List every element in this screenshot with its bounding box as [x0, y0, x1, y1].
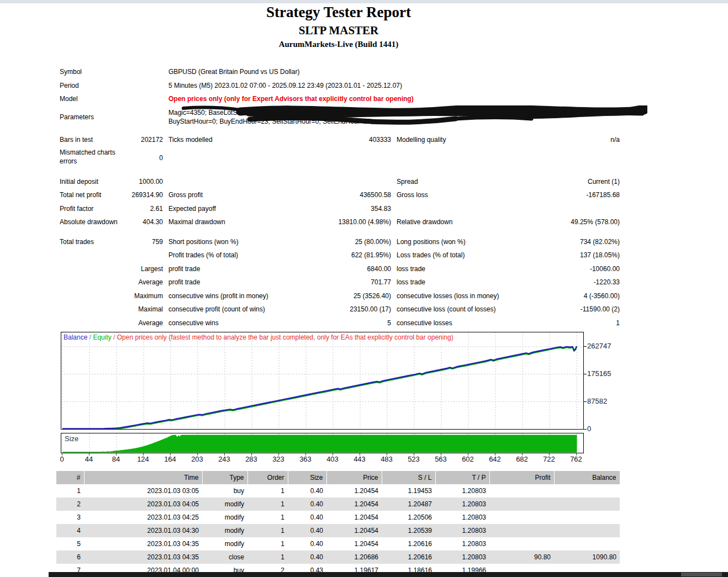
- table-cell: 90.80: [489, 550, 554, 564]
- x-tick-label: 563: [429, 455, 453, 463]
- table-cell: 1.20803: [435, 550, 489, 564]
- summary-value: 354.83: [238, 204, 391, 213]
- summary-value: 202172: [83, 135, 163, 144]
- x-tick-label: 84: [104, 455, 128, 463]
- summary-value: 13810.00 (4.98%): [238, 218, 391, 226]
- column-header: Price: [326, 471, 382, 484]
- summary-value: 5 Minutes (M5) 2023.01.02 07:00 - 2025.0…: [168, 81, 627, 90]
- table-cell: 1.20454: [326, 511, 382, 524]
- summary-value: 1: [486, 319, 620, 327]
- equity-curve: [62, 347, 577, 429]
- x-tick-label: 403: [320, 455, 345, 463]
- table-cell: 1.20454: [326, 497, 382, 511]
- summary-value: Average: [83, 319, 163, 327]
- summary-value: Open prices only (only for Expert Adviso…: [168, 94, 627, 103]
- table-cell: 1: [247, 550, 288, 564]
- scrollbar-thumb[interactable]: [681, 573, 722, 576]
- x-tick-label: 483: [374, 455, 399, 463]
- x-tick-label: 243: [212, 455, 236, 463]
- table-cell: [489, 537, 554, 550]
- summary-value: Largest: [83, 264, 163, 273]
- table-cell: 5: [56, 537, 84, 550]
- summary-value: 5: [238, 319, 391, 327]
- x-tick-label: 443: [347, 455, 372, 463]
- summary-value: 622 (81.95%): [238, 251, 391, 260]
- table-cell: [554, 524, 620, 537]
- y-tick-mark: [583, 401, 587, 402]
- legend-model-note: Open prices only (fastest method to anal…: [117, 334, 453, 341]
- table-cell: 1.19453: [382, 484, 435, 497]
- table-cell: modify: [202, 537, 247, 550]
- table-row: 22023.01.03 04:05modify10.401.204541.204…: [56, 497, 620, 511]
- table-cell: 1: [56, 484, 84, 497]
- table-cell: 0.40: [288, 511, 326, 524]
- table-cell: 2023.01.03 04:35: [84, 550, 202, 564]
- summary-value: 403333: [238, 135, 391, 144]
- x-tick-label: 602: [456, 455, 480, 463]
- y-tick-label: 0: [587, 425, 591, 433]
- table-cell: 2023.01.03 04:30: [84, 524, 202, 537]
- table-cell: 0.40: [288, 537, 326, 550]
- table-cell: 1.20686: [326, 550, 382, 564]
- summary-label: Parameters: [60, 113, 165, 121]
- summary-value: 759: [83, 237, 163, 246]
- bottom-scrollbar[interactable]: [49, 572, 728, 577]
- column-header: Size: [288, 471, 326, 484]
- table-cell: [554, 484, 620, 497]
- table-cell: 1.20539: [382, 524, 435, 537]
- table-cell: buy: [202, 484, 247, 497]
- table-cell: [489, 497, 554, 511]
- table-cell: 3: [56, 511, 84, 524]
- x-tick-label: 203: [185, 455, 209, 463]
- x-tick-label: 363: [293, 455, 318, 463]
- y-tick-label: 175165: [587, 369, 611, 378]
- x-tick-label: 523: [402, 455, 426, 463]
- size-chart-canvas: [61, 433, 583, 453]
- summary-value: 436500.58: [238, 190, 391, 199]
- table-cell: 1.20454: [326, 484, 382, 497]
- table-cell: 1: [247, 524, 288, 537]
- table-cell: [489, 484, 554, 497]
- x-tick-label: 0: [50, 455, 74, 463]
- table-row: 32023.01.03 04:25modify10.401.204541.205…: [56, 511, 620, 524]
- y-tick-mark: [583, 374, 587, 374]
- size-chart-title: Size: [65, 435, 78, 443]
- table-cell: 1: [247, 537, 288, 550]
- summary-value: 0: [83, 153, 163, 162]
- table-cell: 1.20803: [435, 537, 489, 550]
- table-cell: [554, 537, 620, 550]
- table-cell: 1: [247, 484, 288, 497]
- y-tick-mark: [583, 346, 587, 347]
- parameters-redaction-scribble: [166, 105, 647, 126]
- summary-value: 734 (82.02%): [486, 237, 620, 246]
- column-header: Time: [84, 471, 202, 484]
- table-cell: 2023.01.03 04:05: [84, 497, 202, 511]
- table-cell: [489, 524, 554, 537]
- summary-value: 49.25% (578.00): [486, 218, 620, 226]
- summary-value: 25 (3526.40): [238, 292, 391, 300]
- report-server-build: AurumMarkets-Live (Build 1441): [0, 40, 677, 49]
- x-tick-label: 642: [483, 455, 507, 463]
- table-row: 42023.01.03 04:30modify10.401.204541.205…: [56, 524, 620, 537]
- x-tick-label: 722: [537, 455, 561, 463]
- x-tick-label: 323: [266, 455, 291, 463]
- column-header: #: [56, 471, 84, 484]
- column-header: Balance: [554, 471, 620, 484]
- report-title: Strategy Tester Report: [0, 4, 677, 21]
- summary-value: -167185.68: [486, 190, 620, 199]
- column-header: S / L: [382, 471, 435, 484]
- summary-value: Maximal: [83, 305, 163, 314]
- legend-equity-label: Equity: [93, 334, 111, 341]
- column-header: T / P: [435, 471, 489, 484]
- summary-value: 137 (18.05%): [486, 251, 620, 260]
- table-cell: 1.20803: [435, 484, 489, 497]
- summary-value: 404.30: [83, 218, 163, 226]
- summary-label: Model: [60, 94, 165, 103]
- table-cell: [489, 511, 554, 524]
- table-cell: modify: [202, 497, 247, 511]
- strategy-tester-report-page: { "header": { "title": "Strategy Tester …: [0, 0, 728, 577]
- summary-value: Current (1): [486, 177, 620, 186]
- table-cell: 0.40: [288, 524, 326, 537]
- summary-value: 1000.00: [83, 177, 163, 186]
- table-cell: 1.20803: [435, 497, 489, 511]
